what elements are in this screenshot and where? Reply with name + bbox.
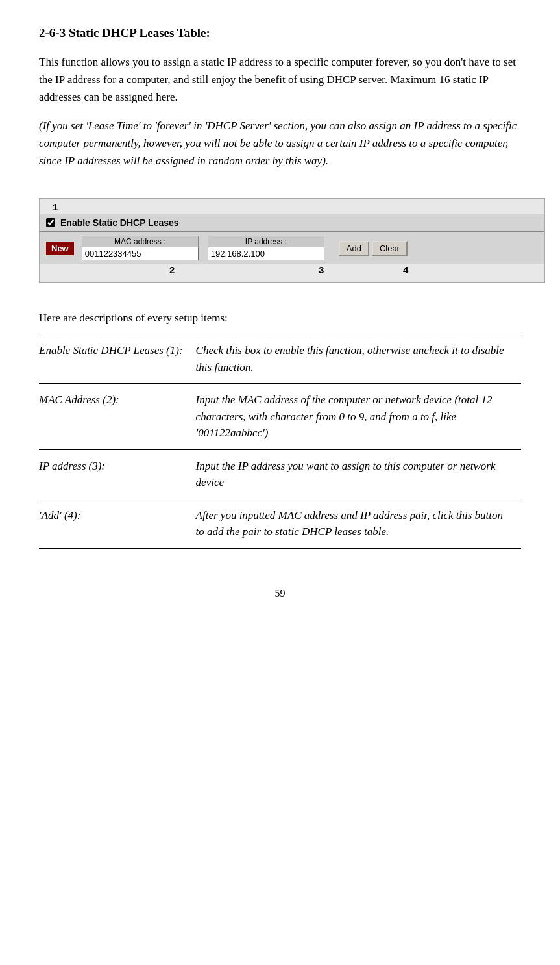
enable-label: Enable Static DHCP Leases [60, 218, 179, 228]
callout-1: 1 [53, 201, 58, 212]
callout-4: 4 [403, 264, 408, 275]
term-cell: MAC Address (2): [39, 384, 196, 450]
clear-button[interactable]: Clear [372, 241, 408, 256]
ui-screenshot: 1 Enable Static DHCP Leases New MAC addr… [39, 198, 545, 283]
desc-cell: Input the IP address you want to assign … [196, 449, 521, 499]
desc-cell: After you inputted MAC address and IP ad… [196, 499, 521, 548]
desc-cell: Check this box to enable this function, … [196, 334, 521, 384]
term-cell: IP address (3): [39, 449, 196, 499]
mac-label: MAC address : [82, 236, 199, 247]
desc-cell: Input the MAC address of the computer or… [196, 384, 521, 450]
table-row: Enable Static DHCP Leases (1): Check thi… [39, 334, 521, 384]
italic-note: (If you set 'Lease Time' to 'forever' in… [39, 117, 521, 170]
table-row: MAC Address (2): Input the MAC address o… [39, 384, 521, 450]
mac-input[interactable] [82, 247, 199, 260]
callout-2: 2 [169, 264, 175, 275]
mac-input-group: MAC address : [82, 236, 199, 260]
new-badge: New [46, 242, 74, 255]
input-row: New MAC address : IP address : Add Clear [40, 232, 544, 264]
ip-label: IP address : [208, 236, 324, 247]
description-table: Enable Static DHCP Leases (1): Check thi… [39, 334, 521, 549]
page-number: 59 [39, 588, 521, 599]
callout-labels-row: 2 3 4 [40, 264, 544, 282]
ip-input[interactable] [208, 247, 324, 260]
callout-1-row: 1 [40, 199, 544, 214]
term-cell: 'Add' (4): [39, 499, 196, 548]
table-row: IP address (3): Input the IP address you… [39, 449, 521, 499]
ip-input-group: IP address : [208, 236, 324, 260]
table-row: 'Add' (4): After you inputted MAC addres… [39, 499, 521, 548]
descriptions-title: Here are descriptions of every setup ite… [39, 312, 521, 325]
page-title: 2-6-3 Static DHCP Leases Table: [39, 26, 521, 40]
intro-paragraph: This function allows you to assign a sta… [39, 53, 521, 107]
term-cell: Enable Static DHCP Leases (1): [39, 334, 196, 384]
button-group: Add Clear [339, 241, 408, 256]
enable-checkbox[interactable] [46, 218, 55, 227]
callout-3: 3 [319, 264, 324, 275]
add-button[interactable]: Add [339, 241, 369, 256]
enable-row: Enable Static DHCP Leases [40, 214, 544, 232]
